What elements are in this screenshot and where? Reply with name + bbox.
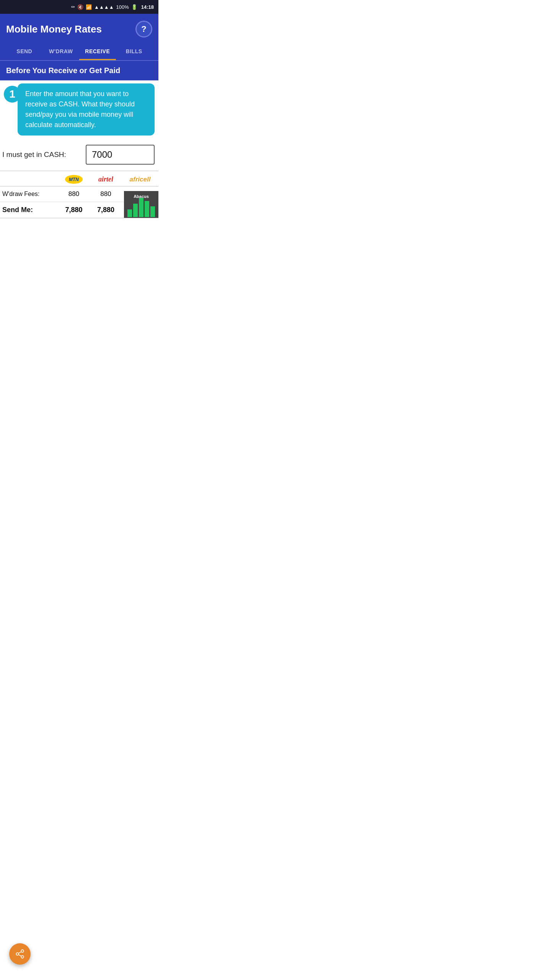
help-button[interactable]: ?: [135, 21, 152, 38]
tab-bar: SEND W'DRAW RECEIVE BILLS: [6, 44, 152, 60]
tab-receive[interactable]: RECEIVE: [79, 44, 116, 60]
instruction-container: 1 Enter the amount that you want to rece…: [0, 80, 158, 139]
signal-icon: ▲▲▲▲: [94, 4, 114, 10]
col-mtn: MTN: [58, 171, 90, 186]
app-title: Mobile Money Rates: [6, 23, 102, 35]
main-content: Before You Receive or Get Paid 1 Enter t…: [0, 60, 158, 218]
mute-icon: 🔇: [77, 4, 83, 10]
input-row: I must get in CASH:: [0, 139, 158, 171]
cash-amount-input[interactable]: [86, 145, 155, 165]
col-africell: africell: [122, 171, 158, 186]
battery-icon: 🔋: [131, 4, 137, 10]
tab-send[interactable]: SEND: [6, 44, 43, 60]
section-banner: Before You Receive or Get Paid: [0, 60, 158, 80]
app-header: Mobile Money Rates ? SEND W'DRAW RECEIVE…: [0, 14, 158, 60]
instruction-box: Enter the amount that you want to receiv…: [18, 83, 155, 136]
fees-airtel: 880: [90, 186, 122, 202]
col-label: [0, 171, 58, 186]
wifi-icon: 📶: [86, 4, 92, 10]
step-badge: 1: [4, 86, 21, 103]
section-title: Before You Receive or Get Paid: [6, 66, 120, 75]
instruction-text: Enter the amount that you want to receiv…: [25, 90, 135, 129]
tab-bills[interactable]: BILLS: [116, 44, 153, 60]
bar-4: [145, 201, 149, 217]
table-header-row: MTN airtel africell: [0, 171, 158, 186]
send-mtn: 7,880: [58, 202, 90, 218]
tab-wdraw[interactable]: W'DRAW: [43, 44, 80, 60]
fees-mtn: 880: [58, 186, 90, 202]
time-display: 14:18: [141, 4, 154, 10]
battery-percent: 100%: [116, 4, 129, 10]
status-bar: ⚰ 🔇 📶 ▲▲▲▲ 100% 🔋 14:18: [0, 0, 158, 14]
rates-table-wrapper: MTN airtel africell W'draw Fees: 880 880: [0, 171, 158, 218]
bar-2: [133, 204, 138, 217]
bar-1: [127, 209, 132, 217]
africell-logo: africell: [130, 176, 151, 183]
send-airtel: 7,880: [90, 202, 122, 218]
bar-3: [139, 198, 143, 217]
send-label: Send Me:: [0, 202, 58, 218]
cash-input-label: I must get in CASH:: [2, 150, 86, 159]
airtel-logo: airtel: [98, 175, 113, 183]
col-airtel: airtel: [90, 171, 122, 186]
mtn-logo: MTN: [65, 175, 83, 184]
bar-5: [150, 206, 155, 217]
abacus-bars: [126, 198, 156, 218]
fees-label: W'draw Fees:: [0, 186, 58, 202]
bluetooth-icon: ⚰: [71, 4, 75, 10]
abacus-label: Abacus: [124, 194, 158, 199]
abacus-watermark: Abacus: [124, 191, 158, 218]
